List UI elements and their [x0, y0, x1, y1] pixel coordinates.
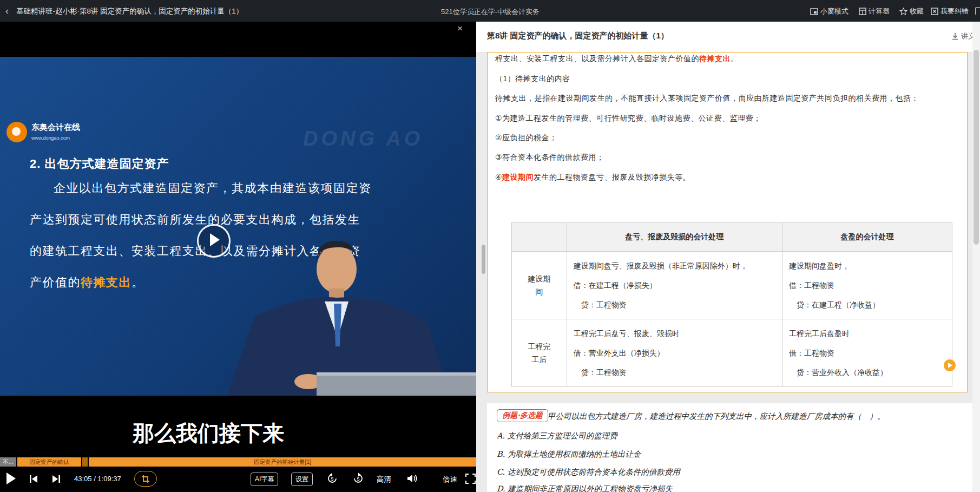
panel-drag-handle[interactable]	[482, 245, 485, 274]
play-overlay-button[interactable]	[197, 224, 231, 258]
forward-5s-icon[interactable]: 5	[352, 472, 365, 485]
notes-line: ②应负担的税金；	[495, 133, 557, 143]
table-header-loss: 盘亏、报废及毁损的会计处理	[567, 223, 782, 252]
quality-button[interactable]: 高清	[377, 475, 391, 484]
calculator-label: 计算器	[869, 6, 890, 16]
pip-icon	[810, 8, 818, 15]
progress-segment-notch[interactable]	[82, 457, 88, 467]
question-option-b[interactable]: B. 为取得土地使用权而缴纳的土地出让金	[497, 449, 641, 460]
clipped-edge-icon[interactable]	[975, 7, 980, 15]
question-option-a[interactable]: A. 支付给第三方监理公司的监理费	[497, 431, 617, 441]
playback-speed-button[interactable]: 倍速	[443, 475, 457, 484]
mini-window-label: 小窗模式	[820, 6, 849, 16]
question-type-badge: 例题·多选题	[497, 409, 548, 422]
table-header-surplus: 盘盈的会计处理	[782, 223, 952, 252]
row-surplus-cell: 工程完工后盘盈时 借：工程物资 贷：营业外收入（净收益）	[782, 319, 952, 387]
question-option-d[interactable]: D. 建造期间非正常原因以外的工程物资盘亏净损失	[497, 484, 673, 492]
notes-line: ③符合资本化条件的借款费用；	[495, 153, 604, 162]
table-row: 建设期间 建设期间盘亏、报废及毁损（非正常原因除外）时， 借：在建工程（净损失）…	[512, 252, 952, 319]
favorite-button[interactable]: 收藏	[899, 6, 924, 16]
progress-bar[interactable]: 不... 固定资产的确认 固定资产的初始计量[1]	[0, 457, 476, 467]
calculator-icon	[859, 8, 866, 15]
report-error-label: 我要纠错	[940, 6, 969, 16]
table-header-row: 盘亏、报废及毁损的会计处理 盘盈的会计处理	[512, 223, 952, 252]
time-display: 43:05 / 1:09:37	[74, 475, 121, 483]
clip-button[interactable]	[134, 471, 157, 487]
video-player[interactable]: 东奥会计在线 www.dongao.com DONG AO 2. 出包方式建造固…	[0, 22, 476, 492]
question-option-c[interactable]: C. 达到预定可使用状态前符合资本化条件的借款费用	[497, 467, 680, 477]
next-episode-icon[interactable]	[51, 474, 62, 484]
brand-name: 东奥会计在线	[31, 122, 80, 132]
brand-logo: 东奥会计在线 www.dongao.com	[6, 122, 80, 142]
notes-line: 程支出、安装工程支出、以及需分摊计入各固定资产价值的待摊支出。	[495, 54, 739, 64]
table-header-empty	[512, 223, 567, 252]
close-panel-icon[interactable]: ×	[457, 24, 463, 33]
settings-button[interactable]: 设置	[291, 473, 313, 486]
progress-segment-initial-measure[interactable]: 固定资产的初始计量[1]	[89, 457, 476, 467]
favorite-label: 收藏	[910, 6, 924, 16]
calculator-button[interactable]: 计算器	[859, 6, 890, 16]
viewers-status: 521位学员正在学-中级会计实务	[441, 7, 540, 17]
top-bar: ‹ 基础精讲班-赵小彬·第8讲 固定资产的确认，固定资产的初始计量（1） 521…	[0, 0, 980, 22]
accounting-treatment-table: 盘亏、报废及毁损的会计处理 盘盈的会计处理 建设期间 建设期间盘亏、报废及毁损（…	[511, 222, 952, 387]
progress-segment-confirmation[interactable]: 固定资产的确认	[17, 457, 81, 467]
previous-episode-icon[interactable]	[28, 474, 39, 484]
ai-subtitle-button[interactable]: AI字幕	[251, 473, 278, 486]
svg-text:5: 5	[331, 476, 333, 482]
back-icon[interactable]: ‹	[5, 5, 9, 17]
report-error-button[interactable]: 我要纠错	[931, 6, 969, 16]
notes-line: 待摊支出，是指在建设期间发生的，不能直接计入某项固定资产价值，而应由所建造固定资…	[495, 94, 919, 103]
notes-highlight: 建设期间	[502, 173, 534, 181]
crop-icon	[141, 475, 150, 483]
row-loss-cell: 工程完工后盘亏、报废、毁损时 借：营业外支出（净损失） 贷：工程物资	[567, 319, 782, 387]
row-loss-cell: 建设期间盘亏、报废及毁损（非正常原因除外）时， 借：在建工程（净损失） 贷：工程…	[567, 252, 782, 319]
slide-text-line: 产达到预定可使用状态前所发生的必要支出构成，包括发生	[30, 212, 360, 228]
notes-highlight: 待摊支出	[699, 54, 731, 63]
row-label: 建设期间	[512, 252, 567, 319]
slide-title: 2. 出包方式建造固定资产	[30, 156, 169, 172]
panel-title: 第8讲 固定资产的确认，固定资产的初始计量（1）	[487, 31, 669, 41]
video-frame: 东奥会计在线 www.dongao.com DONG AO 2. 出包方式建造固…	[0, 57, 476, 396]
download-icon	[951, 32, 959, 40]
svg-text:5: 5	[357, 476, 359, 482]
brand-url: www.dongao.com	[31, 135, 70, 141]
rewind-5s-icon[interactable]: 5	[326, 472, 339, 485]
dongao-logo-icon	[6, 122, 27, 142]
slide-text-line: 产价值的待摊支出。	[30, 274, 144, 291]
fullscreen-icon[interactable]	[465, 474, 476, 484]
report-icon	[931, 8, 938, 15]
progress-segment-previous[interactable]: 不...	[0, 457, 16, 467]
watermark-text: DONG AO	[303, 127, 423, 150]
slide-text-line: 企业以出包方式建造固定资产，其成本由建造该项固定资	[30, 180, 372, 196]
play-icon	[210, 233, 220, 246]
table-row: 工程完工后 工程完工后盘亏、报废、毁损时 借：营业外支出（净损失） 贷：工程物资…	[512, 319, 952, 387]
video-control-bar: 43:05 / 1:09:37 AI字幕 设置 5 5 高清 倍速	[0, 467, 476, 492]
course-title: 基础精讲班-赵小彬·第8讲 固定资产的确认，固定资产的初始计量（1）	[16, 6, 243, 16]
star-icon	[899, 8, 907, 15]
notes-line: （1）待摊支出的内容	[495, 74, 570, 84]
arrow-right-icon	[948, 363, 952, 368]
notes-line: ①为建造工程发生的管理费、可行性研究费、临时设施费、公证费、监理费；	[495, 114, 761, 123]
notes-next-button[interactable]	[944, 359, 956, 371]
notes-line: ④建设期间发生的工程物资盘亏、报废及毁损净损失等。	[495, 173, 690, 182]
handout-download-button[interactable]: 讲义	[951, 31, 975, 41]
row-label: 工程完工后	[512, 319, 567, 387]
slide-text-line: 的建筑工程支出、安装工程支出、以及需分摊计入各固定资	[30, 243, 360, 259]
volume-icon[interactable]	[406, 473, 418, 484]
play-button[interactable]	[6, 473, 16, 484]
video-subtitle: 那么我们接下来	[133, 418, 284, 448]
mini-window-button[interactable]: 小窗模式	[810, 6, 849, 16]
row-surplus-cell: 建设期间盘盈时， 借：工程物资 贷：在建工程（净收益）	[782, 252, 952, 319]
panel-scrollbar-thumb[interactable]	[974, 50, 979, 245]
slide-highlight: 待摊支出	[81, 275, 131, 289]
question-stem: 甲公司以出包方式建造厂房，建造过程中发生的下列支出中，应计入所建造厂房成本的有（…	[548, 411, 885, 422]
